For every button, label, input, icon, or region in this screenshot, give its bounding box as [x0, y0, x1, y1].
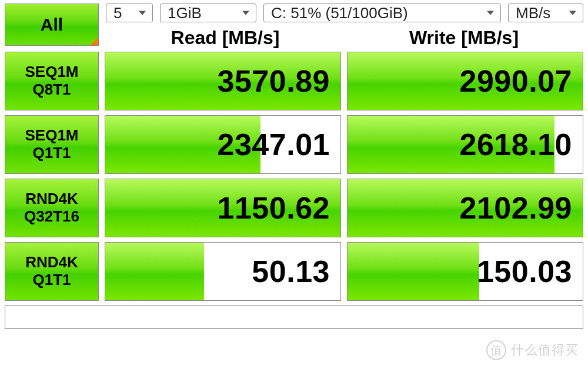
test-name-line2: Q1T1 [32, 271, 71, 289]
read-cell: 50.13 [105, 242, 341, 301]
write-cell: 2990.07 [347, 52, 583, 110]
watermark-text: 什么值得买 [511, 341, 579, 359]
test-name-line2: Q1T1 [32, 145, 71, 162]
test-button-rnd4k-q32t16[interactable]: RND4K Q32T16 [5, 179, 99, 237]
test-name-line1: SEQ1M [25, 127, 78, 145]
read-cell: 1150.62 [105, 179, 341, 237]
read-value: 3570.89 [105, 52, 340, 110]
drive-select-value: C: 51% (51/100GiB) [271, 4, 408, 22]
benchmark-window: All 5 1GiB C: 51% (51/100GiB) MB/s [0, 0, 588, 366]
write-cell: 2618.10 [347, 115, 583, 174]
write-column-header: Write [MB/s] [345, 27, 583, 49]
drive-select[interactable]: C: 51% (51/100GiB) [263, 4, 501, 22]
test-name-line2: Q8T1 [32, 81, 71, 99]
watermark: 值 什么值得买 [486, 340, 579, 360]
status-strip [5, 305, 583, 329]
test-button-seq1m-q1t1[interactable]: SEQ1M Q1T1 [5, 115, 99, 174]
test-row: SEQ1M Q1T1 2347.01 2618.10 [5, 115, 583, 174]
run-all-label: All [41, 15, 63, 35]
test-name-line1: RND4K [25, 254, 78, 271]
runs-select-value: 5 [113, 4, 122, 22]
chevron-down-icon [138, 9, 146, 17]
units-select-value: MB/s [516, 4, 550, 22]
test-size-value: 1GiB [168, 4, 202, 22]
write-cell: 150.03 [347, 242, 583, 301]
read-cell: 3570.89 [105, 52, 341, 110]
units-select[interactable]: MB/s [508, 4, 583, 22]
read-value: 2347.01 [105, 116, 340, 173]
test-button-rnd4k-q1t1[interactable]: RND4K Q1T1 [5, 242, 99, 301]
runs-select[interactable]: 5 [106, 4, 153, 22]
run-all-button[interactable]: All [5, 4, 99, 46]
write-cell: 2102.99 [347, 179, 583, 237]
read-value: 50.13 [105, 243, 340, 300]
test-size-select[interactable]: 1GiB [160, 4, 256, 22]
test-button-seq1m-q8t1[interactable]: SEQ1M Q8T1 [5, 52, 99, 110]
write-value: 150.03 [348, 243, 583, 300]
test-name-line1: SEQ1M [25, 63, 78, 81]
test-row: RND4K Q32T16 1150.62 2102.99 [5, 179, 583, 237]
read-column-header: Read [MB/s] [106, 27, 345, 49]
write-value: 2102.99 [348, 179, 583, 237]
test-row: RND4K Q1T1 50.13 150.03 [5, 242, 583, 301]
watermark-badge-icon: 值 [486, 340, 506, 360]
chevron-down-icon [242, 9, 250, 17]
read-value: 1150.62 [105, 179, 340, 237]
test-name-line1: RND4K [25, 190, 78, 208]
write-value: 2990.07 [348, 52, 583, 110]
write-value: 2618.10 [348, 116, 583, 173]
chevron-down-icon [569, 9, 577, 17]
toolbar: All 5 1GiB C: 51% (51/100GiB) MB/s [5, 4, 583, 22]
chevron-down-icon [486, 9, 495, 17]
results-grid: SEQ1M Q8T1 3570.89 2990.07 SEQ1M Q1T1 23… [5, 52, 583, 301]
test-row: SEQ1M Q8T1 3570.89 2990.07 [5, 52, 583, 110]
test-name-line2: Q32T16 [24, 208, 79, 226]
read-cell: 2347.01 [105, 115, 341, 174]
